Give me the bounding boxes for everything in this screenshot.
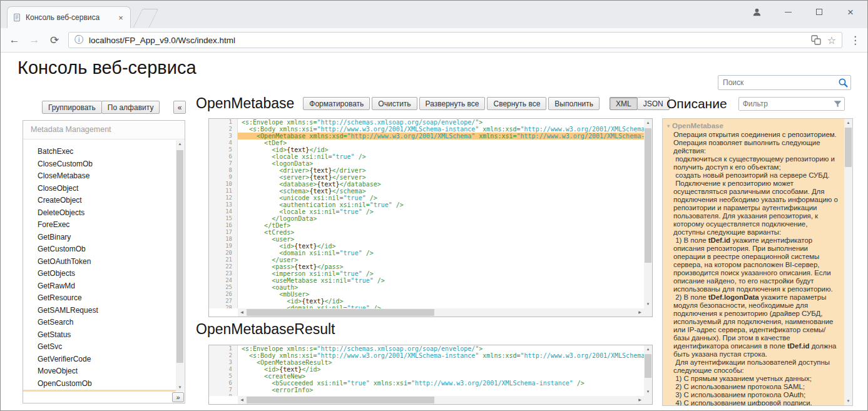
alphabetical-button[interactable]: По алфавиту	[101, 101, 160, 114]
scroll-down-icon[interactable]: ▼	[644, 388, 652, 396]
profile-icon[interactable]	[750, 6, 763, 18]
sidebar-item-GetSearch[interactable]: GetSearch	[23, 317, 176, 329]
expand-all-button[interactable]: Развернуть все	[419, 97, 486, 110]
search-icon[interactable]	[838, 78, 849, 88]
scroll-right-icon[interactable]: ▶	[636, 308, 644, 317]
sidebar-item-OpenMetabase[interactable]: OpenMetabase	[23, 390, 176, 392]
code-line[interactable]: 23 <imperson xsi:nil="true" />	[209, 270, 644, 277]
result-editor-vscrollbar[interactable]: ▲▼	[644, 345, 652, 396]
clear-button[interactable]: Очистить	[372, 97, 417, 110]
filter-icon[interactable]	[833, 99, 842, 109]
code-line[interactable]: 27 <id>{text}</id>	[209, 298, 644, 305]
request-editor-vscrollbar[interactable]: ▲▼	[644, 119, 652, 308]
sidebar-item-OpenCustomOb[interactable]: OpenCustomOb	[23, 378, 176, 390]
scrollbar-thumb[interactable]	[176, 150, 183, 363]
collapse-panel-button[interactable]: «	[173, 101, 186, 114]
scroll-down-icon[interactable]: ▼	[644, 300, 652, 308]
sidebar-item-GetVerifierCode[interactable]: GetVerifierCode	[23, 353, 176, 366]
code-line[interactable]: 1<s:Envelope xmlns:s="http://schemas.xml…	[209, 345, 644, 352]
code-line[interactable]: 7 <logonData>	[209, 160, 644, 167]
minimize-button[interactable]	[781, 6, 795, 18]
code-line[interactable]: 20 <domain xsi:nil="true" />	[209, 250, 644, 256]
scroll-right-icon[interactable]: ▶	[636, 396, 644, 404]
expand-panel-button[interactable]: »	[172, 392, 184, 402]
url-text[interactable]: localhost/FP_App_v9.0/Wsc/index.html	[89, 36, 805, 45]
search-input[interactable]	[723, 76, 835, 89]
sidebar-item-CreateObject[interactable]: CreateObject	[23, 195, 176, 207]
description-scrollbar[interactable]: ▲▼	[844, 119, 852, 405]
execute-button[interactable]: Выполнить	[548, 97, 600, 110]
code-line[interactable]: 2 <s:Body xmlns:xsi="http://www.w3.org/2…	[209, 126, 644, 133]
scrollbar-thumb[interactable]	[645, 354, 651, 378]
description-section-header[interactable]: ▾ OpenMetabase	[666, 121, 839, 131]
code-line[interactable]: 15 </logonData>	[209, 215, 644, 222]
code-line[interactable]: 10 <database>{text}</database>	[209, 181, 644, 188]
translate-icon[interactable]	[810, 35, 822, 46]
code-line[interactable]: 2 <s:Body xmlns:xsi="http://www.w3.org/2…	[209, 352, 644, 359]
code-line[interactable]: 12 <unicode xsi:nil="true" />	[209, 195, 644, 201]
code-line[interactable]: 13 <authentication xsi:nil="true" />	[209, 201, 644, 208]
code-line[interactable]: 4 <id>{text}</id>	[209, 366, 644, 373]
browser-tab[interactable]: Консоль веб-сервиса ×	[7, 6, 131, 28]
bookmark-star-icon[interactable]: ☆	[827, 34, 836, 46]
code-line[interactable]: 24 <useMetabase xsi:nil="true" />	[209, 277, 644, 284]
code-line[interactable]: 22 <pass>{text}</pass>	[209, 263, 644, 270]
sidebar-item-BatchExec[interactable]: BatchExec	[23, 146, 176, 158]
scroll-up-icon[interactable]: ▲	[176, 140, 184, 148]
sidebar-item-GetSvc[interactable]: GetSvc	[23, 341, 176, 353]
code-line[interactable]: 6 <bSucceeded xsi:nil="true" xmlns:xsi="…	[209, 380, 644, 387]
group-button[interactable]: Группировать	[42, 101, 102, 114]
tab-close-icon[interactable]: ×	[116, 13, 125, 23]
code-line[interactable]: 3 <OpenMetabaseResult>	[209, 359, 644, 366]
forward-icon[interactable]: →	[28, 34, 41, 46]
code-line[interactable]: 9 <server>{text}</server>	[209, 174, 644, 181]
back-icon[interactable]: ←	[8, 34, 21, 46]
code-line[interactable]: 16 </tDef>	[209, 222, 644, 229]
request-editor-hscrollbar[interactable]: ◀▶	[238, 308, 644, 317]
sidebar-item-GetBinary[interactable]: GetBinary	[23, 231, 176, 244]
format-json-button[interactable]: JSON	[637, 97, 670, 110]
sidebar-item-GetResource[interactable]: GetResource	[23, 292, 176, 305]
scroll-up-icon[interactable]: ▲	[644, 119, 652, 127]
sidebar-item-GetObjects[interactable]: GetObjects	[23, 268, 176, 280]
sidebar-item-ForeExec[interactable]: ForeExec	[23, 219, 176, 231]
sidebar-item-GetStatus[interactable]: GetStatus	[23, 329, 176, 342]
sidebar-item-CloseCustomOb[interactable]: CloseCustomOb	[23, 158, 176, 171]
sidebar-item-MoveObject[interactable]: MoveObject	[23, 365, 176, 378]
code-line[interactable]: 8 <driver>{text}</driver>	[209, 167, 644, 174]
sidebar-item-GetRawMd[interactable]: GetRawMd	[23, 280, 176, 293]
code-line[interactable]: 6 <locale xsi:nil="true" />	[209, 153, 644, 160]
scroll-left-icon[interactable]: ◀	[238, 308, 246, 317]
sidebar-item-CloseMetabase[interactable]: CloseMetabase	[23, 170, 176, 183]
sidebar-item-GetCustomOb[interactable]: GetCustomOb	[23, 243, 176, 256]
code-line[interactable]: 14 <locale xsi:nil="true" />	[209, 208, 644, 215]
scroll-up-icon[interactable]: ▲	[844, 119, 852, 127]
code-line[interactable]: 21 </user>	[209, 256, 644, 263]
kebab-menu-icon[interactable]: ⋮	[850, 34, 860, 47]
code-line[interactable]: 17 <tCreds>	[209, 229, 644, 236]
scrollbar-thumb[interactable]	[645, 128, 651, 263]
scroll-left-icon[interactable]: ◀	[238, 396, 246, 404]
sidebar-item-DeleteObjects[interactable]: DeleteObjects	[23, 207, 176, 220]
address-bar[interactable]: ⓘ localhost/FP_App_v9.0/Wsc/index.html ☆	[68, 32, 842, 48]
scrollbar-thumb[interactable]	[247, 309, 434, 316]
code-line[interactable]: 11 <schema>{text}</schema>	[209, 188, 644, 195]
request-code-editor[interactable]: 1<s:Envelope xmlns:s="http://schemas.xml…	[208, 118, 653, 317]
collapse-all-button[interactable]: Свернуть все	[487, 97, 546, 110]
code-line[interactable]: 4 <tDef>	[209, 140, 644, 146]
close-button[interactable]: ×	[844, 6, 857, 18]
scroll-down-icon[interactable]: ▼	[176, 383, 184, 392]
sidebar-item-GetOAuthToken[interactable]: GetOAuthToken	[23, 256, 176, 268]
list-scrollbar[interactable]: ▲▼	[176, 140, 184, 392]
code-line[interactable]: 25 <oauth>	[209, 284, 644, 291]
code-line[interactable]: 7 <errorInfo>	[209, 387, 644, 393]
maximize-button[interactable]	[812, 6, 826, 18]
scrollbar-thumb[interactable]	[247, 397, 434, 403]
format-xml-button[interactable]: XML	[610, 97, 638, 110]
code-line[interactable]: 5 <createNew>	[209, 373, 644, 380]
page-info-icon[interactable]: ⓘ	[74, 34, 83, 46]
format-button[interactable]: Форматировать	[303, 97, 370, 110]
code-line[interactable]: 26 <mbUser>	[209, 291, 644, 298]
result-code-editor[interactable]: 1<s:Envelope xmlns:s="http://schemas.xml…	[208, 345, 653, 405]
code-line[interactable]: 3 <OpenMetabase xmlns:xsd="http://www.w3…	[209, 133, 644, 140]
